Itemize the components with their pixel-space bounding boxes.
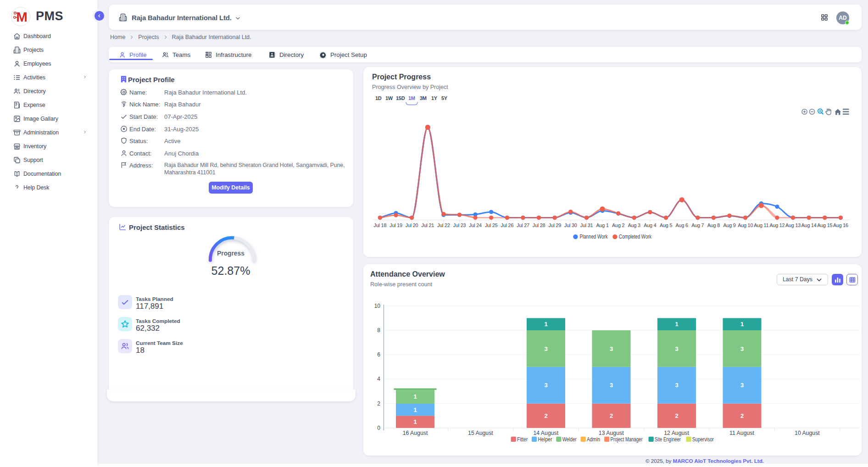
svg-text:Aug 9: Aug 9 [723,222,735,228]
svg-text:Jul 21: Jul 21 [421,222,434,228]
svg-text:Site Engineer: Site Engineer [655,436,681,443]
svg-text:Aug 15: Aug 15 [817,222,832,228]
svg-text:2: 2 [610,412,613,419]
svg-text:12 August: 12 August [664,430,689,436]
svg-text:Jul 24: Jul 24 [469,222,482,228]
svg-text:3: 3 [610,345,613,352]
svg-text:11 August: 11 August [729,430,754,436]
svg-text:Jul 25: Jul 25 [485,222,498,228]
svg-text:Completed Work: Completed Work [619,234,652,240]
svg-text:1: 1 [413,418,417,425]
svg-text:1: 1 [413,406,417,413]
svg-text:Jul 29: Jul 29 [548,222,561,228]
svg-text:3: 3 [544,382,547,389]
svg-text:Aug 7: Aug 7 [691,222,704,228]
svg-text:Jul 31: Jul 31 [580,222,593,228]
svg-text:3: 3 [740,382,744,389]
svg-text:Aug 6: Aug 6 [676,222,688,228]
svg-text:Aug 16: Aug 16 [833,222,848,228]
svg-text:1: 1 [544,321,547,328]
svg-text:Jul 20: Jul 20 [406,222,418,228]
svg-text:3: 3 [544,345,547,352]
svg-text:Jul 26: Jul 26 [501,222,514,228]
svg-text:10: 10 [374,303,381,309]
svg-text:Aug 4: Aug 4 [644,222,656,228]
svg-text:Jul 22: Jul 22 [437,222,450,228]
svg-text:Aug 14: Aug 14 [801,222,817,228]
svg-text:10 August: 10 August [795,430,820,436]
svg-text:Helper: Helper [538,436,552,443]
svg-text:Jul 18: Jul 18 [374,222,387,228]
svg-text:0: 0 [377,425,380,431]
svg-text:Fitter: Fitter [517,436,528,443]
svg-text:3: 3 [740,345,744,352]
svg-text:Aug 11: Aug 11 [754,222,768,228]
svg-text:16 August: 16 August [403,430,428,436]
svg-text:Aug 5: Aug 5 [660,222,672,228]
svg-text:Supervisor: Supervisor [692,436,714,443]
svg-text:Planned Work: Planned Work [580,234,608,240]
svg-text:Aug 10: Aug 10 [738,222,753,228]
svg-text:3: 3 [675,345,678,352]
svg-text:1: 1 [675,321,678,328]
svg-text:Admin: Admin [587,436,600,443]
svg-text:2: 2 [740,412,744,419]
svg-text:Project Manager: Project Manager [611,436,643,443]
svg-text:15 August: 15 August [468,430,493,436]
svg-text:3: 3 [675,382,678,389]
svg-text:Welder: Welder [562,436,577,443]
svg-text:6: 6 [377,351,380,358]
svg-text:2: 2 [544,412,547,419]
svg-text:Aug 13: Aug 13 [785,222,801,228]
svg-text:14 August: 14 August [533,430,558,436]
svg-text:Aug 3: Aug 3 [628,222,640,228]
svg-text:Aug 8: Aug 8 [707,222,720,228]
svg-text:3: 3 [610,382,613,389]
svg-text:2: 2 [675,412,678,419]
svg-text:Jul 19: Jul 19 [389,222,402,228]
svg-text:1: 1 [413,393,417,400]
svg-text:Aug 12: Aug 12 [769,222,785,228]
svg-text:Aug 2: Aug 2 [612,222,624,228]
svg-text:1: 1 [740,321,744,328]
svg-text:8: 8 [377,327,380,334]
svg-text:Jul 23: Jul 23 [453,222,466,228]
svg-text:4: 4 [377,376,380,382]
svg-text:Jul 30: Jul 30 [564,222,577,228]
svg-text:13 August: 13 August [599,430,624,436]
svg-text:2: 2 [377,400,380,407]
svg-text:Jul 27: Jul 27 [517,222,529,228]
svg-text:Jul 28: Jul 28 [533,222,545,228]
svg-text:Aug 1: Aug 1 [596,222,608,228]
